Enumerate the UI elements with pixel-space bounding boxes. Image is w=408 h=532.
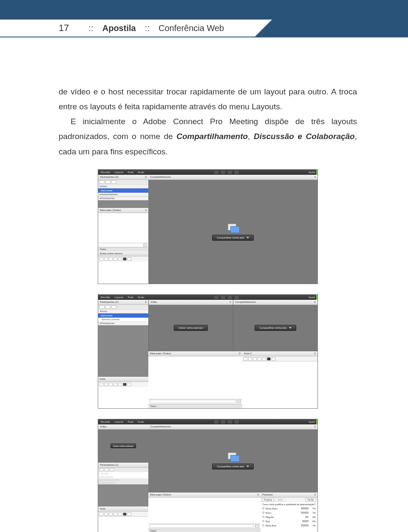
fmt-icon[interactable] — [104, 383, 108, 386]
user-selected[interactable]: axel.correa — [98, 188, 148, 193]
fmt-icon[interactable] — [118, 257, 122, 261]
fmt-icon[interactable] — [109, 257, 113, 261]
chat-tab-todos[interactable]: Todos — [148, 529, 261, 532]
menu-reuniao[interactable]: Reunião — [101, 296, 110, 299]
color-icon[interactable] — [123, 257, 127, 261]
fmt-icon[interactable] — [104, 257, 108, 261]
panel-menu-icon[interactable]: ≡ — [314, 425, 316, 428]
tool-icon[interactable] — [105, 305, 110, 309]
fmt-icon[interactable] — [113, 512, 117, 516]
chat-send-icon[interactable] — [255, 524, 259, 528]
tool-icon[interactable] — [99, 305, 105, 309]
status-icon[interactable] — [235, 171, 239, 174]
fmt-icon[interactable] — [113, 257, 117, 261]
fmt-icon[interactable] — [244, 357, 247, 361]
tool-icon[interactable] — [99, 468, 104, 471]
chat-tab-todos[interactable]: Todos — [98, 247, 148, 251]
chat-send-icon[interactable] — [143, 244, 147, 247]
speaker-icon[interactable] — [214, 420, 218, 424]
fmt-icon[interactable] — [104, 512, 108, 516]
tool-icon[interactable] — [105, 468, 109, 471]
fmt-icon[interactable] — [258, 357, 261, 361]
panel-menu-icon[interactable]: ≡ — [257, 493, 259, 496]
panel-menu-icon[interactable]: ≡ — [145, 176, 147, 178]
menu-pods[interactable]: Pods — [128, 171, 133, 174]
chat-field[interactable] — [150, 400, 235, 403]
webcam-icon[interactable] — [228, 420, 232, 424]
fmt-icon[interactable] — [118, 512, 122, 516]
share-screen-button[interactable]: Compartilhar minha tela — [212, 235, 254, 241]
poll-option[interactable]: Muito Boa7% — [261, 523, 317, 528]
poll-exibir-button[interactable]: Exibir — [275, 498, 285, 501]
tool-icon[interactable] — [105, 180, 110, 184]
radio-icon[interactable] — [262, 520, 264, 522]
fmt-icon[interactable] — [248, 357, 252, 361]
user-selected[interactable]: axel.correa — [98, 475, 148, 478]
start-webcam-button[interactable]: Iniciar minha webcam — [174, 325, 208, 331]
radio-icon[interactable] — [262, 507, 264, 509]
menu-audio[interactable]: Áudio — [138, 171, 144, 174]
fmt-icon[interactable] — [272, 357, 275, 361]
fmt-icon[interactable] — [128, 257, 131, 261]
speaker-icon[interactable] — [214, 171, 218, 174]
share-screen-button[interactable]: Compartilhar minha tela — [212, 464, 254, 469]
user-selected[interactable]: axel.correa — [98, 313, 148, 318]
notes-body[interactable] — [98, 517, 148, 532]
menu-reuniao[interactable]: Reunião — [101, 421, 110, 423]
user-row[interactable]: Aproney Lacerda — [98, 318, 148, 321]
chat-tab-todos[interactable]: Todos — [148, 404, 242, 408]
fmt-icon[interactable] — [118, 383, 122, 386]
speaker-icon[interactable] — [214, 296, 218, 299]
fmt-icon[interactable] — [109, 383, 113, 386]
radio-icon[interactable] — [262, 524, 264, 526]
share-screen-button[interactable]: Compartilhar minha tela — [255, 325, 296, 331]
panel-menu-icon[interactable]: ≡ — [145, 301, 147, 303]
panel-menu-icon[interactable]: ≡ — [230, 301, 231, 303]
menu-audio[interactable]: Áudio — [138, 421, 144, 423]
fmt-icon[interactable] — [253, 357, 257, 361]
panel-menu-icon[interactable]: ≡ — [145, 209, 147, 211]
menu-ajuda[interactable]: Ajuda — [309, 421, 315, 423]
mic-icon[interactable] — [221, 296, 225, 299]
poll-option[interactable]: Regular2% — [261, 515, 317, 519]
panel-menu-icon[interactable]: ≡ — [314, 176, 316, 178]
poll-preparar-button[interactable]: Preparar — [262, 498, 274, 501]
fmt-icon[interactable] — [262, 357, 266, 361]
menu-pods[interactable]: Pods — [128, 421, 133, 423]
radio-icon[interactable] — [262, 516, 264, 518]
color-icon[interactable] — [123, 383, 127, 386]
chat-send-icon[interactable] — [237, 400, 241, 403]
menu-reuniao[interactable]: Reunião — [101, 171, 110, 174]
mic-icon[interactable] — [221, 420, 225, 424]
panel-menu-icon[interactable]: ≡ — [239, 352, 241, 355]
fmt-icon[interactable] — [113, 383, 117, 386]
panel-menu-icon[interactable]: ≡ — [314, 493, 316, 496]
menu-layouts[interactable]: Layouts — [114, 171, 123, 174]
menu-ajuda[interactable]: Ajuda — [309, 296, 315, 299]
color-icon[interactable] — [123, 512, 127, 516]
menu-layouts[interactable]: Layouts — [114, 296, 123, 299]
tool-icon[interactable] — [111, 180, 116, 184]
notes-body[interactable] — [242, 361, 317, 408]
tool-icon[interactable] — [111, 305, 116, 309]
webcam-icon[interactable] — [228, 296, 232, 299]
fmt-icon[interactable] — [128, 383, 131, 386]
panel-menu-icon[interactable]: ≡ — [314, 301, 316, 303]
poll-option[interactable]: Ruim7% — [261, 511, 317, 515]
color-icon[interactable] — [267, 357, 271, 361]
tool-icon[interactable] — [99, 180, 105, 184]
status-icon[interactable] — [235, 296, 239, 299]
poll-option[interactable]: Boa6% — [261, 519, 317, 523]
fmt-icon[interactable] — [99, 257, 103, 261]
notes-body[interactable] — [98, 387, 148, 408]
webcam-icon[interactable] — [228, 171, 232, 174]
status-icon[interactable] — [235, 420, 239, 424]
chat-field[interactable] — [150, 524, 254, 528]
poll-option[interactable]: Muito Ruim7% — [261, 506, 317, 511]
fmt-icon[interactable] — [128, 512, 131, 516]
fmt-icon[interactable] — [99, 383, 103, 386]
fmt-icon[interactable] — [99, 512, 103, 516]
start-webcam-button[interactable]: Iniciar minha webcam — [110, 444, 136, 448]
menu-pods[interactable]: Pods — [128, 296, 133, 299]
poll-fechar-button[interactable]: Fechar — [305, 498, 316, 501]
